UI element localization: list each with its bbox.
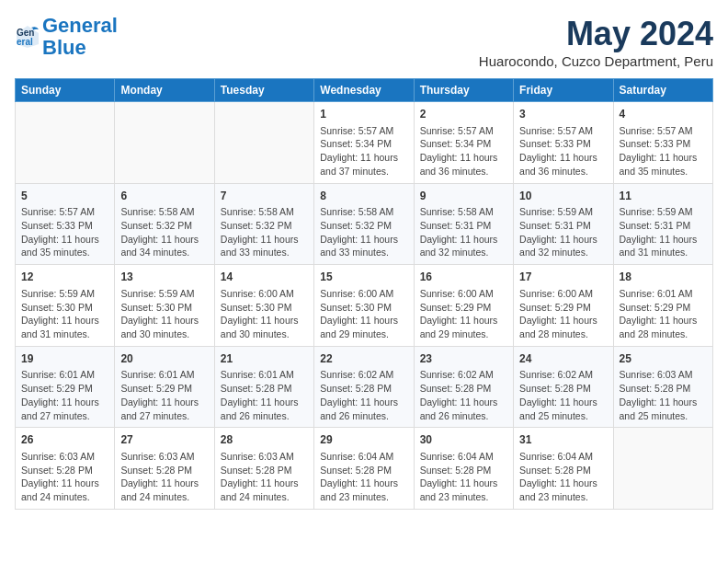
calendar-cell: 31Sunrise: 6:04 AMSunset: 5:28 PMDayligh… <box>514 428 613 510</box>
month-title: May 2024 <box>479 15 713 53</box>
calendar-cell: 12Sunrise: 5:59 AMSunset: 5:30 PMDayligh… <box>16 265 115 347</box>
calendar-cell: 23Sunrise: 6:02 AMSunset: 5:28 PMDayligh… <box>414 346 513 428</box>
day-number: 26 <box>21 432 108 448</box>
day-number: 20 <box>120 351 208 367</box>
day-info: Sunrise: 6:03 AMSunset: 5:28 PMDaylight:… <box>221 450 308 504</box>
day-info: Sunrise: 5:58 AMSunset: 5:31 PMDaylight:… <box>420 205 507 259</box>
day-number: 27 <box>120 432 208 448</box>
day-info: Sunrise: 5:59 AMSunset: 5:31 PMDaylight:… <box>519 205 607 259</box>
calendar-cell: 20Sunrise: 6:01 AMSunset: 5:29 PMDayligh… <box>115 346 214 428</box>
logo-text-line1: General Blue <box>42 15 118 59</box>
calendar-cell: 14Sunrise: 6:00 AMSunset: 5:30 PMDayligh… <box>214 265 313 347</box>
weekday-header-friday: Friday <box>514 79 613 102</box>
day-info: Sunrise: 5:59 AMSunset: 5:30 PMDaylight:… <box>21 287 108 341</box>
calendar-cell: 18Sunrise: 6:01 AMSunset: 5:29 PMDayligh… <box>613 265 712 347</box>
calendar-week-3: 12Sunrise: 5:59 AMSunset: 5:30 PMDayligh… <box>16 265 713 347</box>
calendar-cell: 8Sunrise: 5:58 AMSunset: 5:32 PMDaylight… <box>314 183 414 265</box>
day-number: 30 <box>420 432 507 448</box>
calendar-cell: 3Sunrise: 5:57 AMSunset: 5:33 PMDaylight… <box>514 102 613 184</box>
day-number: 15 <box>320 270 407 285</box>
calendar-cell: 2Sunrise: 5:57 AMSunset: 5:34 PMDaylight… <box>414 102 513 184</box>
day-info: Sunrise: 5:57 AMSunset: 5:33 PMDaylight:… <box>21 205 108 259</box>
calendar-cell: 9Sunrise: 5:58 AMSunset: 5:31 PMDaylight… <box>414 183 513 265</box>
calendar-cell: 5Sunrise: 5:57 AMSunset: 5:33 PMDaylight… <box>16 183 115 265</box>
calendar-cell: 4Sunrise: 5:57 AMSunset: 5:33 PMDaylight… <box>613 102 712 184</box>
calendar-body: 1Sunrise: 5:57 AMSunset: 5:34 PMDaylight… <box>16 102 713 510</box>
day-number: 6 <box>120 189 208 204</box>
day-info: Sunrise: 5:58 AMSunset: 5:32 PMDaylight:… <box>320 205 407 259</box>
calendar-header: SundayMondayTuesdayWednesdayThursdayFrid… <box>16 79 713 102</box>
calendar-cell: 11Sunrise: 5:59 AMSunset: 5:31 PMDayligh… <box>613 183 712 265</box>
day-info: Sunrise: 5:59 AMSunset: 5:31 PMDaylight:… <box>620 205 707 259</box>
day-number: 12 <box>21 270 108 285</box>
weekday-header-wednesday: Wednesday <box>314 79 414 102</box>
day-number: 19 <box>21 351 108 367</box>
day-number: 28 <box>221 432 308 448</box>
day-number: 9 <box>420 189 507 204</box>
day-number: 23 <box>420 351 507 367</box>
day-number: 11 <box>620 189 707 204</box>
day-info: Sunrise: 5:59 AMSunset: 5:30 PMDaylight:… <box>120 287 208 341</box>
day-info: Sunrise: 5:57 AMSunset: 5:34 PMDaylight:… <box>420 124 507 178</box>
day-info: Sunrise: 6:04 AMSunset: 5:28 PMDaylight:… <box>519 450 607 504</box>
day-info: Sunrise: 6:01 AMSunset: 5:29 PMDaylight:… <box>120 368 208 422</box>
calendar-cell: 25Sunrise: 6:03 AMSunset: 5:28 PMDayligh… <box>613 346 712 428</box>
calendar-table: SundayMondayTuesdayWednesdayThursdayFrid… <box>15 78 713 510</box>
day-number: 2 <box>420 107 507 122</box>
day-info: Sunrise: 6:01 AMSunset: 5:28 PMDaylight:… <box>221 368 308 422</box>
day-info: Sunrise: 6:03 AMSunset: 5:28 PMDaylight:… <box>21 450 108 504</box>
calendar-cell: 22Sunrise: 6:02 AMSunset: 5:28 PMDayligh… <box>314 346 414 428</box>
day-number: 22 <box>320 351 407 367</box>
day-number: 24 <box>519 351 607 367</box>
day-number: 5 <box>21 189 108 204</box>
weekday-header-tuesday: Tuesday <box>214 79 313 102</box>
calendar-cell: 29Sunrise: 6:04 AMSunset: 5:28 PMDayligh… <box>314 428 414 510</box>
day-info: Sunrise: 6:04 AMSunset: 5:28 PMDaylight:… <box>420 450 507 504</box>
calendar-cell: 30Sunrise: 6:04 AMSunset: 5:28 PMDayligh… <box>414 428 513 510</box>
day-number: 21 <box>221 351 308 367</box>
calendar-cell: 13Sunrise: 5:59 AMSunset: 5:30 PMDayligh… <box>115 265 214 347</box>
day-info: Sunrise: 5:58 AMSunset: 5:32 PMDaylight:… <box>221 205 308 259</box>
calendar-cell: 6Sunrise: 5:58 AMSunset: 5:32 PMDaylight… <box>115 183 214 265</box>
day-number: 29 <box>320 432 407 448</box>
day-info: Sunrise: 6:00 AMSunset: 5:29 PMDaylight:… <box>519 287 607 341</box>
day-number: 10 <box>519 189 607 204</box>
day-number: 31 <box>519 432 607 448</box>
day-info: Sunrise: 6:00 AMSunset: 5:30 PMDaylight:… <box>320 287 407 341</box>
calendar-cell: 17Sunrise: 6:00 AMSunset: 5:29 PMDayligh… <box>514 265 613 347</box>
calendar-week-2: 5Sunrise: 5:57 AMSunset: 5:33 PMDaylight… <box>16 183 713 265</box>
title-block: May 2024 Huarocondo, Cuzco Department, P… <box>479 15 713 69</box>
day-info: Sunrise: 5:57 AMSunset: 5:33 PMDaylight:… <box>519 124 607 178</box>
day-info: Sunrise: 6:00 AMSunset: 5:30 PMDaylight:… <box>221 287 308 341</box>
calendar-week-4: 19Sunrise: 6:01 AMSunset: 5:29 PMDayligh… <box>16 346 713 428</box>
day-info: Sunrise: 6:02 AMSunset: 5:28 PMDaylight:… <box>420 368 507 422</box>
day-info: Sunrise: 6:03 AMSunset: 5:28 PMDaylight:… <box>120 450 208 504</box>
page-header: Gen eral General Blue May 2024 Huarocond… <box>15 15 713 69</box>
location-title: Huarocondo, Cuzco Department, Peru <box>479 53 713 69</box>
day-info: Sunrise: 6:01 AMSunset: 5:29 PMDaylight:… <box>620 287 707 341</box>
calendar-cell: 15Sunrise: 6:00 AMSunset: 5:30 PMDayligh… <box>314 265 414 347</box>
day-info: Sunrise: 5:57 AMSunset: 5:33 PMDaylight:… <box>620 124 707 178</box>
weekday-header-sunday: Sunday <box>16 79 115 102</box>
calendar-cell <box>214 102 313 184</box>
svg-text:eral: eral <box>17 37 33 47</box>
calendar-cell: 19Sunrise: 6:01 AMSunset: 5:29 PMDayligh… <box>16 346 115 428</box>
logo-icon: Gen eral <box>15 24 40 50</box>
weekday-header-saturday: Saturday <box>613 79 712 102</box>
calendar-cell <box>613 428 712 510</box>
day-number: 3 <box>519 107 607 122</box>
day-info: Sunrise: 6:01 AMSunset: 5:29 PMDaylight:… <box>21 368 108 422</box>
day-number: 13 <box>120 270 208 285</box>
day-number: 16 <box>420 270 507 285</box>
calendar-cell: 1Sunrise: 5:57 AMSunset: 5:34 PMDaylight… <box>314 102 414 184</box>
header-row: SundayMondayTuesdayWednesdayThursdayFrid… <box>16 79 713 102</box>
calendar-cell: 28Sunrise: 6:03 AMSunset: 5:28 PMDayligh… <box>214 428 313 510</box>
calendar-cell: 7Sunrise: 5:58 AMSunset: 5:32 PMDaylight… <box>214 183 313 265</box>
calendar-cell <box>115 102 214 184</box>
day-number: 7 <box>221 189 308 204</box>
calendar-cell: 27Sunrise: 6:03 AMSunset: 5:28 PMDayligh… <box>115 428 214 510</box>
day-number: 4 <box>620 107 707 122</box>
day-number: 8 <box>320 189 407 204</box>
day-number: 1 <box>320 107 407 122</box>
calendar-week-1: 1Sunrise: 5:57 AMSunset: 5:34 PMDaylight… <box>16 102 713 184</box>
